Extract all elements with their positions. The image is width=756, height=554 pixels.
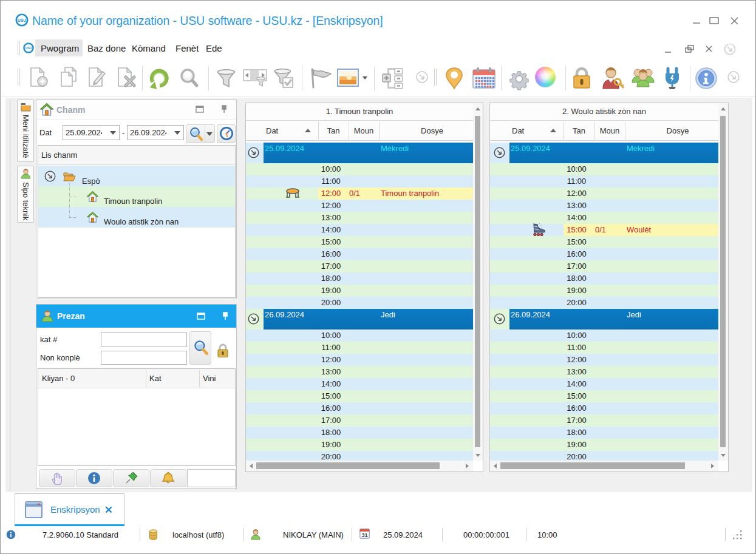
svg-text:31: 31: [361, 532, 367, 538]
svg-text:USU: USU: [18, 18, 26, 22]
svg-text:USU: USU: [25, 46, 32, 50]
